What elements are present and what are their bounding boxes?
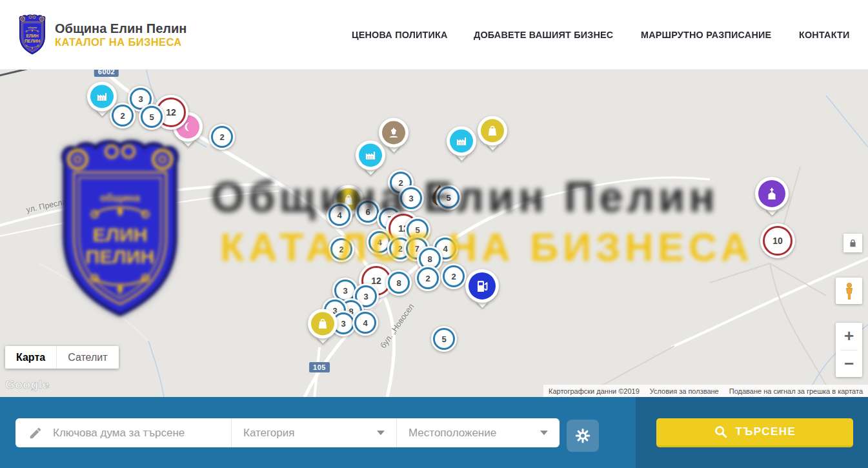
nav-pricing-policy[interactable]: ЦЕНОВА ПОЛИТИКА [352,29,448,40]
lock-button[interactable] [843,234,862,252]
road-number-badge: 6002 [94,70,119,77]
site-header: Община Елин Пелин КАТАЛОГ НА БИЗНЕСА ЦЕН… [0,0,868,70]
search-bar: Категория Местоположение ТЪРСЕНЕ [0,397,868,468]
category-select-value: Категория [243,427,294,440]
search-fields-group: Категория Местоположение [15,418,560,447]
map-pin-factory[interactable] [87,81,117,114]
main-nav: ЦЕНОВА ПОЛИТИКА ДОБАВЕТЕ ВАШИЯТ БИЗНЕС М… [352,29,852,40]
search-settings-button[interactable] [567,420,599,452]
zoom-out-button[interactable]: − [836,351,862,378]
site-title: Община Елин Пелин [55,21,187,36]
chevron-down-icon [377,431,385,435]
map-cluster-marker[interactable]: 5 [436,185,461,210]
map-pin-church[interactable] [755,177,789,214]
map-type-satellite-button[interactable]: Сателит [56,346,118,369]
search-icon [714,425,728,439]
municipality-emblem-icon [16,14,48,56]
map-cluster-marker[interactable]: 2 [328,236,354,262]
pencil-icon [28,426,43,440]
map-pin-bag[interactable] [478,116,507,148]
chevron-down-icon [540,431,548,435]
location-select[interactable]: Местоположение [396,418,560,447]
attribution-copyright: Картографски данни ©2019 [543,387,645,395]
google-logo[interactable]: Google [5,378,49,392]
nav-route-schedule[interactable]: МАРШРУТНО РАЗПИСАНИЕ [641,29,771,40]
map-cluster-marker[interactable]: 2 [441,263,467,289]
map-cluster-marker[interactable]: 10 [760,223,795,258]
attribution-terms-link[interactable]: Условия за ползване [645,387,724,395]
zoom-in-button[interactable]: + [836,323,862,350]
site-subtitle: КАТАЛОГ НА БИЗНЕСА [55,36,187,49]
map-attribution: Картографски данни ©2019 Условия за полз… [543,385,868,397]
keyword-field [15,418,231,447]
nav-add-your-business[interactable]: ДОБАВЕТЕ ВАШИЯТ БИЗНЕС [474,29,613,40]
gear-icon [575,428,590,443]
category-select[interactable]: Категория [231,418,396,447]
road-number-badge: 105 [309,362,330,372]
lock-icon [848,238,858,248]
map-pin-fuel[interactable] [465,269,499,306]
search-button[interactable]: ТЪРСЕНЕ [656,418,853,447]
street-view-pegman-button[interactable] [836,278,862,304]
search-button-label: ТЪРСЕНЕ [736,425,796,438]
keyword-search-input[interactable] [52,426,231,440]
map-canvas[interactable]: 6002105ул. Преславбул. „Новосел 12325223… [0,70,868,397]
location-select-value: Местоположение [409,427,496,440]
pegman-icon [842,282,857,300]
map-pin-bag[interactable] [308,309,338,341]
map-cluster-marker[interactable]: 2 [209,124,235,150]
map-type-map-button[interactable]: Карта [5,346,56,369]
site-logo[interactable]: Община Елин Пелин КАТАЛОГ НА БИЗНЕСА [16,14,187,56]
map-cluster-marker[interactable]: 2 [415,265,441,291]
map-cluster-marker[interactable]: 4 [327,202,352,228]
map-pin-factory[interactable] [356,140,385,173]
map-cluster-marker[interactable]: 8 [386,270,412,296]
zoom-control: + − [836,323,862,377]
map-cluster-marker[interactable]: 5 [431,326,457,352]
map-cluster-marker[interactable]: 3 [398,185,424,211]
map-pin-factory[interactable] [447,126,476,159]
map-cluster-marker[interactable]: 4 [352,310,378,336]
nav-contacts[interactable]: КОНТАКТИ [799,29,850,40]
map-type-control: Карта Сателит [5,346,119,369]
attribution-report-error-link[interactable]: Подаване на сигнал за грешка в картата [724,387,868,395]
map-cluster-marker[interactable]: 5 [139,104,165,130]
